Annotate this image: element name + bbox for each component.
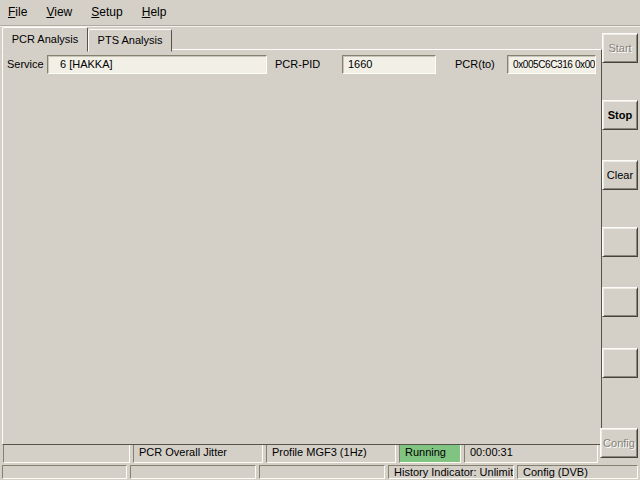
- status-cell-profile: Profile MGF3 (1Hz): [266, 443, 396, 463]
- service-label: Service: [7, 58, 44, 70]
- status2-cell-empty-2: [130, 465, 256, 479]
- blank-button-2[interactable]: [602, 287, 638, 317]
- menu-setup[interactable]: Setup: [83, 0, 130, 24]
- service-field[interactable]: 6 [HAKKA]: [47, 55, 267, 74]
- status-cell-empty: [3, 443, 130, 463]
- menu-view[interactable]: View: [38, 0, 80, 24]
- status2-cell-config: Config (DVB): [517, 465, 638, 479]
- blank-button-3[interactable]: [602, 348, 638, 378]
- status-cell-measurement: PCR Overall Jitter: [133, 443, 263, 463]
- start-button[interactable]: Start: [602, 33, 638, 63]
- menu-help[interactable]: Help: [134, 0, 175, 24]
- clear-button[interactable]: Clear: [602, 160, 638, 190]
- pcr-to-label: PCR(to): [455, 58, 495, 70]
- config-button[interactable]: Config: [600, 428, 638, 458]
- status2-cell-history: History Indicator: Unlimited: [388, 465, 514, 479]
- menu-bar: File View Setup Help: [0, 0, 640, 26]
- tab-pcr-analysis[interactable]: PCR Analysis: [2, 27, 88, 52]
- pcr-pid-field[interactable]: 1660: [342, 55, 436, 74]
- pcr-pid-label: PCR-PID: [275, 58, 320, 70]
- stop-button[interactable]: Stop: [602, 100, 638, 130]
- status-cell-elapsed-time: 00:00:31: [464, 443, 598, 463]
- status2-cell-empty-1: [2, 465, 127, 479]
- tab-pts-analysis[interactable]: PTS Analysis: [88, 29, 172, 52]
- status2-cell-empty-3: [259, 465, 385, 479]
- pcr-analysis-page: Service 6 [HAKKA] PCR-PID 1660 PCR(to) 0…: [2, 49, 602, 445]
- blank-button-1[interactable]: [602, 227, 638, 257]
- menu-file[interactable]: File: [0, 0, 35, 24]
- status-cell-running: Running: [399, 443, 461, 463]
- pcr-to-field[interactable]: 0x005C6C316 0x00F2 00:17:5: [507, 55, 596, 74]
- app-window: File View Setup Help PCR Analysis PTS An…: [0, 0, 640, 480]
